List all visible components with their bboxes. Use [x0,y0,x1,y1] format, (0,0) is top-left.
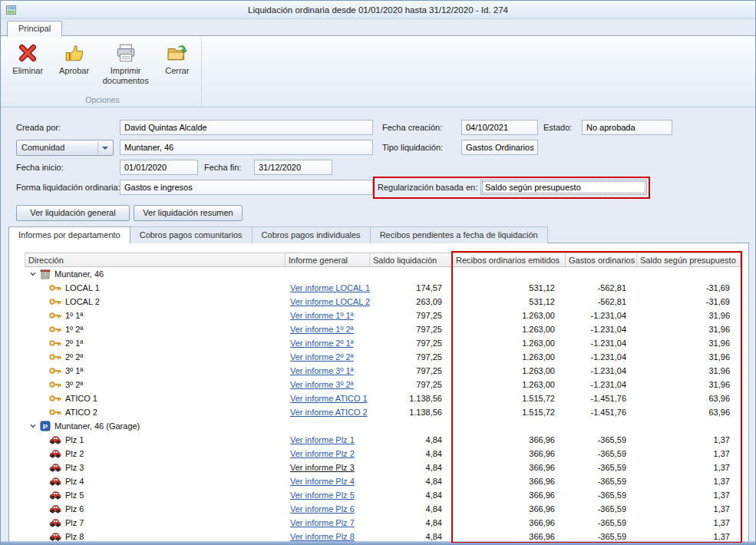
saldo-presupuesto-cell: 1,37 [637,490,741,500]
saldo-presupuesto-cell: 31,96 [637,325,741,334]
cerrar-button[interactable]: Cerrar [158,40,196,78]
table-row[interactable]: LOCAL 2 Ver informe LOCAL 2 263,09 531,1… [25,295,741,309]
row-name: LOCAL 2 [65,297,100,306]
table-row[interactable]: Plz 1 Ver informe Plz 1 4,84 366,96 -365… [25,433,741,447]
ver-informe-link[interactable]: Ver informe 3º 1ª [290,366,354,375]
departments-grid: Dirección Informe general Saldo liquidac… [25,253,741,543]
fecha-inicio-field[interactable]: 01/01/2020 [120,160,198,175]
fecha-fin-field[interactable]: 31/12/2020 [254,160,332,175]
saldo-presupuesto-cell: -31,69 [637,283,741,292]
table-row[interactable]: Plz 6 Ver informe Plz 6 4,84 366,96 -365… [25,502,741,516]
tab-cobros-pagos-comunitarios[interactable]: Cobros pagos comunitarios [130,226,253,243]
table-row[interactable]: 2º 2ª Ver informe 2º 2ª 797,25 1.263,00 … [25,350,741,364]
horizontal-scrollbar[interactable] [1,541,755,544]
table-row[interactable]: LOCAL 1 Ver informe LOCAL 1 174,57 531,1… [25,281,741,295]
car-icon [49,477,61,486]
comunidad-dropdown-button[interactable]: Comunidad [16,140,114,156]
comunidad-field[interactable]: Muntaner, 46 [120,140,373,155]
fecha-fin-label: Fecha fin: [204,160,241,175]
ver-liquidacion-resumen-button[interactable]: Ver liquidación resumen [134,205,243,221]
gastos-ordinarios-cell: -1.451,76 [566,394,637,403]
ver-informe-link[interactable]: Ver informe 2º 1ª [290,339,354,348]
eliminar-button[interactable]: Eliminar [8,40,47,78]
chevron-down-icon[interactable] [29,270,37,278]
table-row[interactable]: Plz 4 Ver informe Plz 4 4,84 366,96 -365… [25,474,741,488]
ver-informe-link[interactable]: Ver informe Plz 3 [290,463,355,472]
ribbon-tab-strip: Principal [1,19,755,36]
regularizacion-field[interactable]: Saldo según presupuesto [480,180,647,195]
saldo-liquidacion-cell: 797,25 [370,352,453,362]
window-title: Liquidación ordinaria desde 01/01/2020 h… [1,1,755,19]
saldo-liquidacion-cell: 1.138,56 [370,408,453,417]
recibos-emitidos-cell: 1.263,00 [453,325,566,334]
recibos-emitidos-cell: 366,96 [453,504,566,514]
car-icon [49,518,61,527]
creada-por-field[interactable]: David Quintas Alcalde [120,120,373,135]
ver-informe-link[interactable]: Ver informe Plz 4 [290,477,355,486]
table-row[interactable]: Muntaner, 46 [25,267,741,281]
tipo-liquidacion-field[interactable]: Gastos Ordinarios [461,140,538,155]
column-header-direccion[interactable]: Dirección [25,253,286,267]
report-tab-strip: Informes por departamento Cobros pagos c… [8,226,548,243]
ver-informe-link[interactable]: Ver informe Plz 5 [290,490,355,500]
tab-informes-por-departamento[interactable]: Informes por departamento [8,226,130,243]
estado-label: Estado: [543,120,572,135]
chevron-down-icon[interactable] [29,422,37,430]
ver-informe-link[interactable]: Ver informe Plz 1 [290,435,355,444]
ver-informe-link[interactable]: Ver informe 3º 2ª [290,380,354,389]
ribbon-tab-principal[interactable]: Principal [7,21,62,37]
recibos-emitidos-cell: 1.515,72 [453,408,566,417]
tab-cobros-pagos-individuales[interactable]: Cobros pagos individuales [253,226,371,243]
table-row[interactable]: Plz 2 Ver informe Plz 2 4,84 366,96 -365… [25,447,741,461]
column-header-saldo-presupuesto[interactable]: Saldo según presupuesto [637,253,741,267]
gastos-ordinarios-cell: -1.231,04 [566,311,637,320]
forma-liquidacion-field[interactable]: Gastos e ingresos [120,180,373,195]
table-row[interactable]: P Muntaner, 46 (Garage) [25,419,741,433]
ver-informe-link[interactable]: Ver informe Plz 6 [290,504,355,514]
row-name: Plz 5 [65,490,84,500]
form-area: Creada por: David Quintas Alcalde Fecha … [1,108,755,231]
ver-informe-link[interactable]: Ver informe 1º 1ª [290,311,354,320]
table-row[interactable]: 1º 2ª Ver informe 1º 2ª 797,25 1.263,00 … [25,322,741,336]
ver-informe-link[interactable]: Ver informe Plz 2 [290,449,355,458]
column-header-informe-general[interactable]: Informe general [286,253,370,267]
ver-informe-link[interactable]: Ver informe Plz 8 [290,532,355,541]
row-name: Plz 7 [65,518,84,527]
table-row[interactable]: 2º 1ª Ver informe 2º 1ª 797,25 1.263,00 … [25,336,741,350]
fecha-creacion-field[interactable]: 04/10/2021 [461,120,538,135]
imprimir-documentos-button[interactable]: Imprimir documentos [101,40,150,87]
tab-recibos-pendientes[interactable]: Recibos pendientes a fecha de liquidació… [371,226,548,243]
gastos-ordinarios-cell: -365,59 [566,435,637,444]
aprobar-button[interactable]: Aprobar [54,40,93,78]
column-header-recibos-emitidos[interactable]: Recibos ordinarios emitidos [453,253,566,267]
row-name: 1º 1ª [65,311,83,320]
ver-informe-link[interactable]: Ver informe LOCAL 1 [290,283,370,292]
column-header-gastos-ordinarios[interactable]: Gastos ordinarios [566,253,637,267]
table-row[interactable]: Plz 7 Ver informe Plz 7 4,84 366,96 -365… [25,516,741,530]
table-row[interactable]: 3º 1ª Ver informe 3º 1ª 797,25 1.263,00 … [25,364,741,378]
eliminar-label: Eliminar [12,66,43,76]
table-row[interactable]: ATICO 2 Ver informe ATICO 2 1.138,56 1.5… [25,405,741,419]
key-icon [49,297,61,306]
row-name: 2º 1ª [65,339,83,348]
ver-informe-link[interactable]: Ver informe 2º 2ª [290,352,354,362]
gastos-ordinarios-cell: -1.231,04 [566,339,637,348]
table-row[interactable]: 3º 2ª Ver informe 3º 2ª 797,25 1.263,00 … [25,378,741,391]
table-row[interactable]: ATICO 1 Ver informe ATICO 1 1.138,56 1.5… [25,391,741,405]
fecha-creacion-label: Fecha creación: [382,120,442,135]
ver-liquidacion-general-button[interactable]: Ver liquidación general [16,205,130,221]
column-header-saldo-liquidacion[interactable]: Saldo liquidación [370,253,453,267]
row-name: Plz 4 [65,477,84,486]
ver-informe-link[interactable]: Ver informe 1º 2ª [290,325,354,334]
table-row[interactable]: 1º 1ª Ver informe 1º 1ª 797,25 1.263,00 … [25,309,741,322]
ver-informe-link[interactable]: Ver informe ATICO 1 [290,394,368,403]
regularizacion-label: Regularización basada en: [378,180,477,195]
table-row[interactable]: Plz 5 Ver informe Plz 5 4,84 366,96 -365… [25,488,741,502]
ver-informe-link[interactable]: Ver informe Plz 7 [290,518,355,527]
fecha-inicio-label: Fecha inicio: [16,160,64,175]
gastos-ordinarios-cell: -365,59 [566,518,637,527]
ver-informe-link[interactable]: Ver informe LOCAL 2 [290,297,370,306]
table-row[interactable]: Plz 3 Ver informe Plz 3 4,84 366,96 -365… [25,461,741,474]
ver-informe-link[interactable]: Ver informe ATICO 2 [290,408,368,417]
estado-field[interactable]: No aprobada [582,120,672,135]
